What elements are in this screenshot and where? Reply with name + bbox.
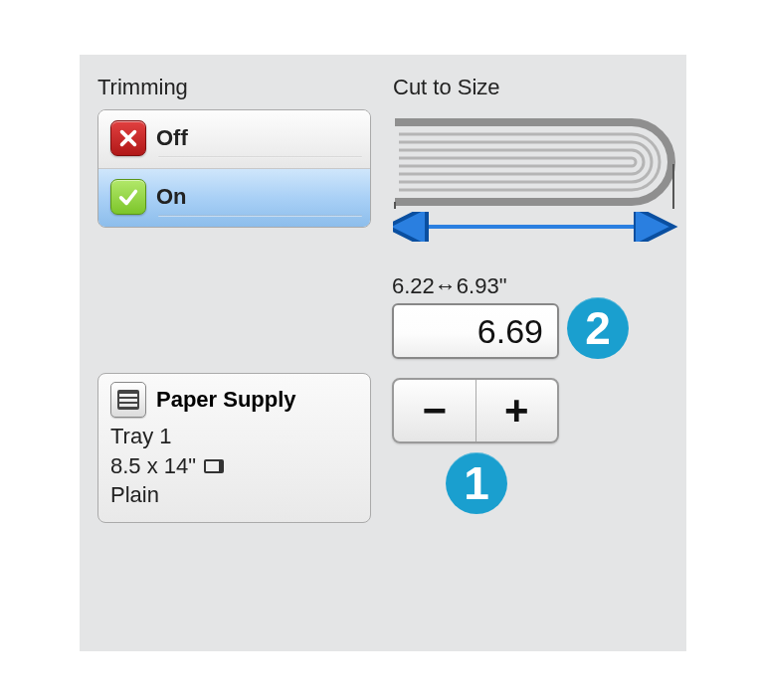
paper-stack-illustration	[393, 114, 683, 209]
paper-tray-line: Tray 1	[110, 422, 358, 451]
trimming-off-label: Off	[156, 125, 188, 151]
paper-size-text: 8.5 x 14"	[110, 451, 196, 481]
trimming-title: Trimming	[97, 75, 188, 100]
divider	[158, 156, 362, 158]
divider	[158, 215, 362, 217]
callout-2-badge: 2	[567, 297, 629, 359]
orientation-icon	[204, 459, 224, 473]
cut-size-stepper: − +	[392, 378, 559, 443]
trimming-off-option[interactable]: Off	[98, 110, 370, 169]
paper-supply-title: Paper Supply	[156, 387, 296, 413]
cut-to-size-title: Cut to Size	[393, 75, 500, 100]
cut-size-value[interactable]: 6.69	[392, 303, 559, 359]
increase-button[interactable]: +	[476, 380, 558, 441]
decrease-button[interactable]: −	[394, 380, 476, 441]
x-icon	[110, 120, 146, 156]
trimming-panel: Trimming Off On Cut to Size	[80, 55, 686, 651]
width-arrow-icon	[393, 212, 683, 242]
trimming-on-label: On	[156, 184, 187, 210]
check-icon	[110, 179, 146, 215]
callout-1-badge: 1	[446, 452, 507, 514]
paper-supply-box[interactable]: Paper Supply Tray 1 8.5 x 14" Plain	[97, 373, 371, 523]
paper-supply-header: Paper Supply	[110, 382, 358, 418]
cut-size-range: 6.22↔6.93"	[392, 273, 506, 299]
trimming-options: Off On	[97, 109, 371, 228]
trimming-on-option[interactable]: On	[98, 169, 370, 227]
paper-size-line: 8.5 x 14"	[110, 451, 358, 481]
tray-icon	[110, 382, 146, 418]
paper-type-line: Plain	[110, 480, 358, 510]
